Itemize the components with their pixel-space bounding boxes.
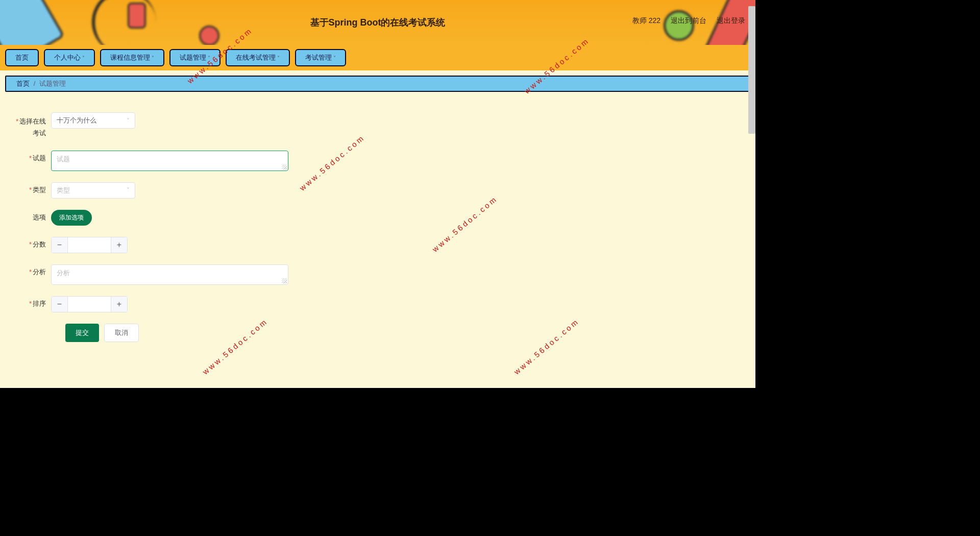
- header-deco-dot-icon: [199, 26, 219, 45]
- placeholder: 试题: [57, 155, 70, 163]
- row-type: *类型 类型 ˅: [10, 182, 745, 199]
- nav-label: 在线考试管理: [236, 53, 276, 62]
- select-value: 十万个为什么: [57, 116, 96, 125]
- label-analysis: *分析: [10, 264, 51, 277]
- label-question: *试题: [10, 151, 51, 163]
- row-options: 选项 添加选项: [10, 210, 745, 226]
- add-option-button[interactable]: 添加选项: [51, 210, 92, 226]
- breadcrumb-wrap: 首页 / 试题管理: [0, 70, 755, 97]
- nav-personal-center[interactable]: 个人中心 ˅: [44, 49, 95, 66]
- plus-icon[interactable]: +: [111, 237, 127, 253]
- row-analysis: *分析 分析: [10, 264, 745, 285]
- row-sort: *排序 − +: [10, 296, 745, 312]
- select-exam[interactable]: 十万个为什么 ˅: [51, 112, 135, 129]
- cancel-button[interactable]: 取消: [104, 324, 139, 342]
- submit-button[interactable]: 提交: [65, 324, 99, 342]
- plus-icon[interactable]: +: [111, 297, 127, 312]
- sort-stepper[interactable]: − +: [51, 296, 128, 312]
- minus-icon[interactable]: −: [52, 237, 68, 253]
- minus-icon[interactable]: −: [52, 297, 68, 312]
- question-input[interactable]: 试题: [51, 151, 288, 171]
- resize-handle-icon[interactable]: [282, 278, 287, 283]
- nav-label: 首页: [15, 53, 29, 62]
- nav-exam-mgmt[interactable]: 考试管理 ˅: [295, 49, 346, 66]
- app-frame: 基于Spring Boot的在线考试系统 教师 222 退出到前台 退出登录 首…: [0, 0, 755, 388]
- user-label[interactable]: 教师 222: [632, 16, 660, 26]
- header-right: 教师 222 退出到前台 退出登录: [632, 16, 745, 26]
- breadcrumb: 首页 / 试题管理: [5, 76, 750, 92]
- resize-handle-icon[interactable]: [282, 164, 287, 169]
- nav-label: 试题管理: [180, 53, 206, 62]
- nav-question-mgmt[interactable]: 试题管理 ˅: [169, 49, 220, 66]
- breadcrumb-sep: /: [34, 80, 36, 87]
- nav-course-info[interactable]: 课程信息管理 ˅: [100, 49, 164, 66]
- header-deco-earphone-icon: [82, 0, 163, 45]
- chevron-down-icon: ˅: [82, 55, 85, 61]
- chevron-down-icon: ˅: [127, 117, 130, 124]
- chevron-down-icon: ˅: [277, 55, 280, 61]
- placeholder: 分析: [57, 269, 70, 277]
- label-sort: *排序: [10, 296, 51, 308]
- chevron-down-icon: ˅: [333, 55, 336, 61]
- nav-bar: 首页 个人中心 ˅ 课程信息管理 ˅ 试题管理 ˅ 在线考试管理 ˅ 考试管理 …: [0, 45, 755, 70]
- page-title: 基于Spring Boot的在线考试系统: [310, 16, 446, 29]
- nav-label: 课程信息管理: [110, 53, 150, 62]
- nav-online-exam-mgmt[interactable]: 在线考试管理 ˅: [226, 49, 290, 66]
- chevron-down-icon: ˅: [208, 55, 210, 61]
- header-deco-book-icon: [0, 0, 65, 45]
- form-container: *选择在线考试 十万个为什么 ˅ *试题 试题 *类型 类型 ˅: [0, 97, 755, 369]
- row-select-exam: *选择在线考试 十万个为什么 ˅: [10, 112, 745, 139]
- nav-label: 考试管理: [305, 53, 332, 62]
- exit-to-front-link[interactable]: 退出到前台: [671, 16, 706, 26]
- row-score: *分数 − +: [10, 237, 745, 253]
- nav-home[interactable]: 首页: [5, 49, 39, 66]
- row-question: *试题 试题: [10, 151, 745, 171]
- chevron-down-icon: ˅: [127, 187, 130, 193]
- label-type: *类型: [10, 182, 51, 194]
- header: 基于Spring Boot的在线考试系统 教师 222 退出到前台 退出登录: [0, 0, 755, 45]
- scrollbar[interactable]: [748, 6, 755, 134]
- chevron-down-icon: ˅: [152, 55, 154, 61]
- header-deco-circle-icon: [664, 10, 694, 41]
- placeholder: 类型: [57, 186, 70, 195]
- nav-label: 个人中心: [54, 53, 81, 62]
- score-stepper[interactable]: − +: [51, 237, 128, 253]
- action-row: 提交 取消: [51, 324, 139, 342]
- label-score: *分数: [10, 237, 51, 249]
- breadcrumb-current: 试题管理: [39, 80, 66, 87]
- logout-link[interactable]: 退出登录: [717, 16, 745, 26]
- label-options: 选项: [10, 210, 51, 222]
- label-select-exam: *选择在线考试: [10, 112, 51, 139]
- row-actions: 提交 取消: [10, 324, 745, 342]
- type-select[interactable]: 类型 ˅: [51, 182, 135, 199]
- breadcrumb-home[interactable]: 首页: [16, 80, 30, 87]
- analysis-input[interactable]: 分析: [51, 264, 288, 285]
